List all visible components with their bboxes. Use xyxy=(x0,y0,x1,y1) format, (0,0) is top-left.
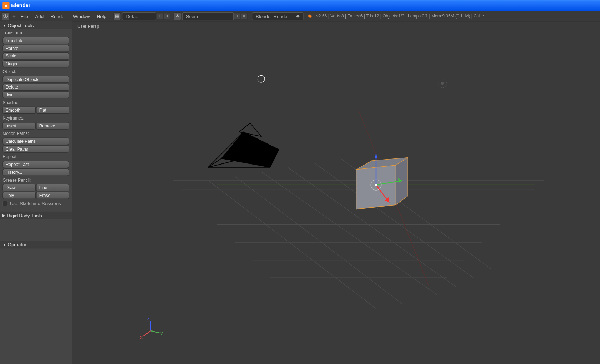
svg-point-20 xyxy=(441,82,444,85)
keyframes-label: Keyframes: xyxy=(0,115,72,122)
svg-line-40 xyxy=(151,331,160,333)
menu-window[interactable]: Window xyxy=(69,13,93,20)
shading-label: Shading: xyxy=(0,99,72,106)
smooth-button[interactable]: Smooth xyxy=(2,107,36,114)
translate-button[interactable]: Translate xyxy=(2,37,69,44)
svg-text:y: y xyxy=(160,330,163,335)
svg-line-8 xyxy=(261,172,438,295)
menu-file[interactable]: File xyxy=(17,13,32,20)
rotate-button[interactable]: Rotate xyxy=(2,45,69,52)
stats-text: v2.66 | Verts:8 | Faces:6 | Tris:12 | Ob… xyxy=(316,14,484,19)
window-titlebar: ◆ Blender _ ▢ ✕ xyxy=(0,0,600,11)
clear-paths-button[interactable]: Clear Paths xyxy=(2,145,69,152)
repeat-last-button[interactable]: Repeat Last xyxy=(2,161,69,168)
duplicate-button[interactable]: Duplicate Objects xyxy=(2,76,69,83)
perspective-label: User Persp xyxy=(78,24,99,29)
flat-button[interactable]: Flat xyxy=(36,107,69,114)
scene-remove-button[interactable]: ✕ xyxy=(241,13,248,20)
origin-button[interactable]: Origin xyxy=(2,60,69,67)
blender-icon: ◆ xyxy=(2,2,9,9)
rigid-body-header[interactable]: ▶Rigid Body Tools xyxy=(0,212,72,219)
grease-pencil-label: Grease Pencil: xyxy=(0,176,72,183)
svg-marker-31 xyxy=(374,154,378,158)
blender-logo-icon: ◉ xyxy=(308,13,312,19)
object-tools-header[interactable]: ▼Object Tools xyxy=(0,21,72,29)
3d-viewport[interactable]: User Persp xyxy=(72,21,600,364)
scene-icon[interactable]: ☀ xyxy=(174,12,181,20)
draw-button[interactable]: Draw xyxy=(2,184,36,191)
use-sketching-checkbox[interactable]: Use Sketching Sessions xyxy=(0,199,72,207)
engine-dropdown[interactable]: Blender Render◆ xyxy=(252,12,304,20)
poly-button[interactable]: Poly xyxy=(2,192,36,199)
erase-button[interactable]: Erase xyxy=(36,192,69,199)
object-label: Object: xyxy=(0,68,72,75)
remove-keyframe-button[interactable]: Remove xyxy=(36,122,69,129)
delete-button[interactable]: Delete xyxy=(2,84,69,91)
join-button[interactable]: Join xyxy=(2,91,69,98)
editor-type-icon[interactable]: ⓘ xyxy=(2,12,10,20)
transform-label: Transform: xyxy=(0,29,72,36)
window-title: Blender xyxy=(11,2,600,9)
layout-remove-button[interactable]: ✕ xyxy=(163,13,170,20)
layout-dropdown[interactable]: Default xyxy=(122,12,156,20)
line-button[interactable]: Line xyxy=(36,184,69,191)
svg-line-13 xyxy=(208,181,376,309)
layout-icon[interactable]: ▦ xyxy=(113,12,121,20)
insert-keyframe-button[interactable]: Insert xyxy=(2,122,36,129)
repeat-label: Repeat: xyxy=(0,153,72,160)
tool-shelf: ▼Object Tools Transform: Translate Rotat… xyxy=(0,21,72,364)
svg-text:z: z xyxy=(147,316,150,321)
svg-text:x: x xyxy=(140,334,142,340)
menu-help[interactable]: Help xyxy=(93,13,110,20)
motion-paths-label: Motion Paths: xyxy=(0,130,72,137)
scene-add-button[interactable]: + xyxy=(234,13,240,20)
scale-button[interactable]: Scale xyxy=(2,52,69,60)
svg-point-37 xyxy=(375,184,377,186)
history-button[interactable]: History... xyxy=(2,168,69,176)
menu-add[interactable]: Add xyxy=(32,13,47,20)
top-menubar: ⓘ ◈ File Add Render Window Help ▦ Defaul… xyxy=(0,11,600,21)
menu-render[interactable]: Render xyxy=(47,13,70,20)
layout-add-button[interactable]: + xyxy=(156,13,163,20)
operator-header[interactable]: ▼Operator xyxy=(0,241,72,249)
svg-line-42 xyxy=(144,331,151,336)
calc-paths-button[interactable]: Calculate Paths xyxy=(2,138,69,145)
scene-dropdown[interactable]: Scene xyxy=(182,12,234,20)
